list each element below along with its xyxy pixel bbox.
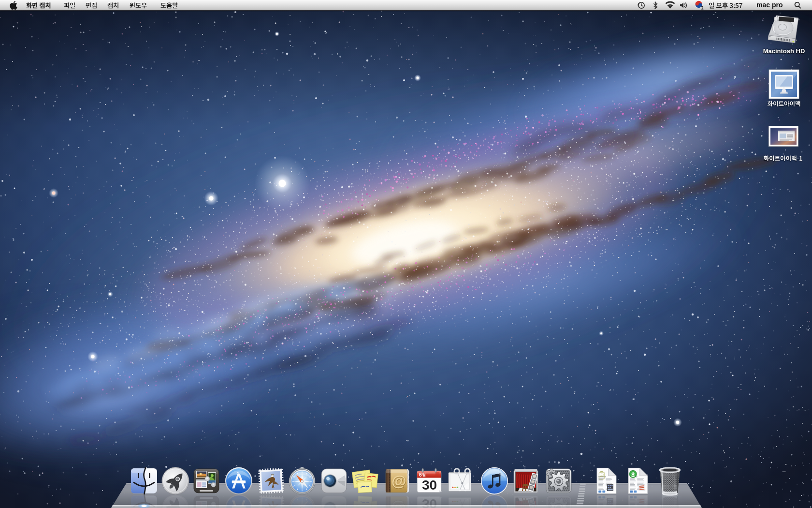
- svg-text:30: 30: [422, 478, 437, 493]
- svg-text:6: 6: [419, 472, 422, 478]
- svg-text:@: @: [392, 473, 406, 490]
